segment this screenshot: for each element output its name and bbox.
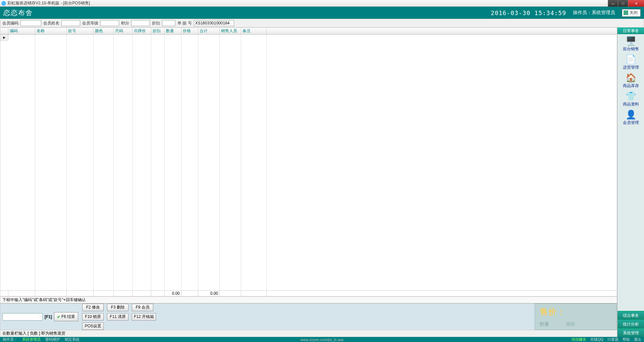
col-size[interactable]: 尺码 (114, 28, 132, 34)
order-no-label: 单 据 号 (177, 20, 192, 26)
row-selector-header (0, 28, 8, 34)
status-pwd[interactable]: 密码维护 (45, 337, 60, 342)
price-label: 售价： (540, 306, 612, 317)
code-input[interactable]: ⋯ (2, 313, 43, 321)
discount-input[interactable] (162, 20, 175, 26)
col-discount[interactable]: 折扣 (151, 28, 165, 34)
member-name-input[interactable] (61, 20, 80, 26)
house-icon: 🏠 (625, 72, 637, 83)
f2-edit-button[interactable]: F2 修改 (82, 304, 104, 311)
check-icon: ✔ (57, 315, 60, 319)
minimize-button[interactable]: — (608, 0, 618, 7)
member-level-label: 会员等级 (82, 20, 98, 26)
status-op-value[interactable]: 系统管理员 (22, 337, 41, 342)
totals-row: 0.00 0.00 (0, 290, 617, 296)
member-level-input[interactable] (100, 20, 119, 26)
f6-checkout-button[interactable]: ✔F6 结算 (54, 312, 78, 321)
sidebar-items: 🖥️前台销售 📄进货管理 🏠商品库存 👕商品资料 👤会员管理 (618, 34, 644, 311)
negative-qty-hint: 在数量栏输入 [ 负数 ] 即为销售退货 (0, 330, 617, 337)
status-lock[interactable]: 锁定系统 (65, 337, 79, 342)
discount-label: 折扣 (152, 20, 160, 26)
f3-delete-button[interactable]: F3 删除 (107, 304, 128, 311)
f11-clear-button[interactable]: F11 清屏 (107, 313, 128, 321)
store-name: 恋恋布舍 (3, 8, 33, 17)
col-code[interactable]: 编码 (8, 28, 35, 34)
function-key-panel: ⋯ [F1] ✔F6 结算 F2 修改 F3 删除 F9 会员 F10 锁屏 F… (0, 303, 617, 330)
col-price[interactable]: 价格 (181, 28, 198, 34)
col-tagprice[interactable]: 吊牌价 (132, 28, 151, 34)
right-sidebar: 日常事务 🖥️前台销售 📄进货管理 🏠商品库存 👕商品资料 👤会员管理 综合事务… (617, 27, 644, 337)
status-link-3[interactable]: 帮助 (623, 337, 630, 342)
status-op-label: 操作员： (3, 337, 17, 342)
sales-grid: 编码 名称 款号 颜色 尺码 吊牌价 折扣 数量 价格 合计 销售人员 备注 ▶ (0, 28, 617, 296)
window-titlebar: 彩虹服装进销存V2.10-单机版 - [前台POS销售] — □ ✕ (0, 0, 644, 7)
close-label: 关闭 (630, 10, 638, 16)
col-total[interactable]: 合计 (198, 28, 220, 34)
status-link-4[interactable]: 退出 (634, 337, 641, 342)
input-hint: 下框中输入"编码"或"条码"或"款号"+回车键确认 (0, 296, 617, 303)
maximize-button[interactable]: □ (618, 0, 628, 7)
door-icon (624, 10, 628, 15)
content-area: 编码 名称 款号 颜色 尺码 吊牌价 折扣 数量 价格 合计 销售人员 备注 ▶ (0, 27, 617, 337)
col-qty[interactable]: 数量 (165, 28, 181, 34)
col-name[interactable]: 名称 (35, 28, 67, 34)
col-color[interactable]: 颜色 (94, 28, 114, 34)
sidebar-tab-system[interactable]: 系统管理 (618, 328, 644, 337)
col-style[interactable]: 款号 (67, 28, 94, 34)
close-button[interactable]: 关闭 (622, 9, 641, 17)
status-link-1[interactable]: 在线QQ (590, 337, 603, 342)
status-url[interactable]: www.Joyen.com/jst_fz.asp (301, 338, 344, 342)
f12-drawer-button[interactable]: F12 开钱箱 (132, 313, 156, 321)
f9-member-button[interactable]: F9 会员 (132, 304, 153, 311)
datetime: 2016-03-30 15:34:59 (491, 9, 566, 16)
app-icon (1, 1, 6, 6)
grid-body[interactable]: ▶ (0, 35, 617, 290)
operator-label: 操作员：系统管理员 (573, 10, 615, 16)
total-qty: 0.00 (165, 291, 181, 296)
sidebar-item-member[interactable]: 👤会员管理 (619, 109, 643, 126)
orig-price-label: 原价 (566, 321, 575, 327)
window-close-button[interactable]: ✕ (628, 0, 644, 7)
sidebar-tab-general[interactable]: 综合事务 (618, 311, 644, 320)
status-link-2[interactable]: 计算器 (607, 337, 619, 342)
col-remark[interactable]: 备注 (241, 28, 267, 34)
col-salesperson[interactable]: 销售人员 (220, 28, 241, 34)
grid-header: 编码 名称 款号 颜色 尺码 吊牌价 折扣 数量 价格 合计 销售人员 备注 (0, 28, 617, 35)
lookup-icon[interactable]: ⋯ (38, 315, 41, 319)
member-code-input[interactable] (20, 20, 41, 26)
status-link-0[interactable]: 招信赚友 (572, 337, 586, 342)
order-no-input[interactable] (194, 20, 234, 26)
qty-label: 数量 (540, 321, 549, 327)
window-title: 彩虹服装进销存V2.10-单机版 - [前台POS销售] (7, 0, 90, 6)
monitor-icon: 🖥️ (625, 36, 637, 46)
person-icon: 👤 (625, 109, 637, 120)
current-row-indicator: ▶ (0, 35, 8, 41)
document-icon: 📄 (625, 54, 637, 65)
sidebar-item-inventory[interactable]: 🏠商品库存 (619, 72, 643, 89)
points-label: 积分 (121, 20, 129, 26)
price-display: 售价： 数量 原价 (535, 303, 617, 330)
sidebar-tab-daily[interactable]: 日常事务 (618, 27, 644, 34)
filter-bar: 会员编码 会员姓名 会员等级 积分 折扣 单 据 号 (0, 19, 644, 27)
pos-settings-button[interactable]: POS设置 (82, 323, 104, 330)
status-bar: 操作员： 系统管理员 密码维护 锁定系统 www.Joyen.com/jst_f… (0, 337, 644, 342)
sidebar-item-purchase[interactable]: 📄进货管理 (619, 53, 643, 71)
sidebar-item-pos[interactable]: 🖥️前台销售 (619, 35, 643, 53)
sidebar-item-product[interactable]: 👕商品资料 (619, 90, 643, 108)
tshirt-icon: 👕 (625, 91, 637, 101)
window-controls: — □ ✕ (608, 0, 644, 7)
points-input[interactable] (131, 20, 150, 26)
total-amount: 0.00 (198, 291, 220, 296)
main-area: 编码 名称 款号 颜色 尺码 吊牌价 折扣 数量 价格 合计 销售人员 备注 ▶ (0, 27, 644, 337)
member-code-label: 会员编码 (2, 20, 18, 26)
f1-label: [F1] (45, 315, 52, 319)
f10-lock-button[interactable]: F10 锁屏 (82, 313, 104, 321)
app-header: 恋恋布舍 2016-03-30 15:34:59 操作员：系统管理员 关闭 (0, 7, 644, 19)
sidebar-tab-stats[interactable]: 统计分析 (618, 320, 644, 328)
member-name-label: 会员姓名 (43, 20, 59, 26)
